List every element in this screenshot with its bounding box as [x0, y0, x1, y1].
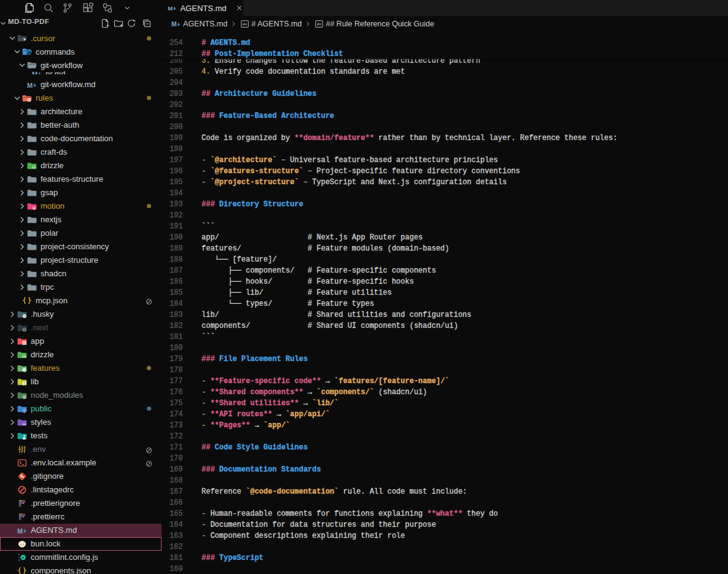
- svg-text:abc: abc: [317, 23, 322, 26]
- svg-text:M: M: [27, 81, 33, 88]
- svg-text:M: M: [168, 5, 173, 12]
- svg-text:M: M: [32, 71, 37, 74]
- svg-text:abc: abc: [243, 23, 248, 26]
- svg-text:css: css: [22, 423, 26, 425]
- svg-text:M: M: [171, 21, 177, 28]
- svg-text:M: M: [17, 527, 23, 534]
